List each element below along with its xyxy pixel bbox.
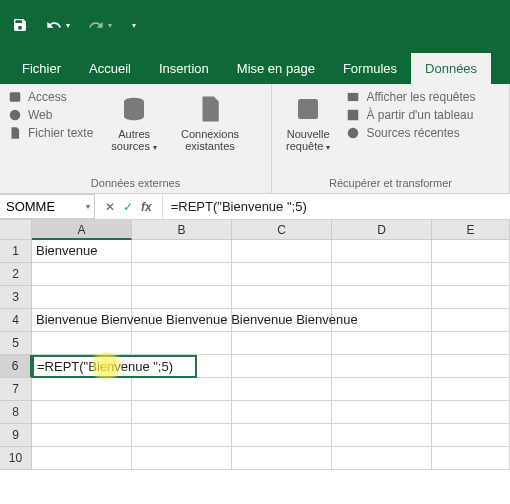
rowhdr[interactable]: 8 (0, 401, 32, 424)
cell-e7[interactable] (432, 378, 510, 401)
cell-a10[interactable] (32, 447, 132, 470)
cell-b9[interactable] (132, 424, 232, 447)
chevron-down-icon: ▾ (108, 21, 112, 30)
group-title: Récupérer et transformer (280, 175, 501, 191)
cell-b10[interactable] (132, 447, 232, 470)
colhdr-a[interactable]: A (32, 220, 132, 240)
btn-nouvelle-requete[interactable]: Nouvellerequête ▾ (280, 90, 336, 156)
cell-e4[interactable] (432, 309, 510, 332)
rowhdr[interactable]: 10 (0, 447, 32, 470)
cancel-icon[interactable]: ✕ (105, 200, 115, 214)
cell-b3[interactable] (132, 286, 232, 309)
cell-a6[interactable]: =REPT("Bienvenue ";5) (32, 355, 197, 378)
cell-a5[interactable] (32, 332, 132, 355)
tab-formules[interactable]: Formules (329, 53, 411, 84)
cell-c5[interactable] (232, 332, 332, 355)
cell-d4[interactable] (332, 309, 432, 332)
customize-qat-icon[interactable]: ▾ (130, 21, 136, 30)
cell-b5[interactable] (132, 332, 232, 355)
rowhdr[interactable]: 6 (0, 355, 32, 378)
cell-a4[interactable]: Bienvenue Bienvenue Bienvenue Bienvenue … (32, 309, 132, 332)
cell-e5[interactable] (432, 332, 510, 355)
btn-afficher-requetes[interactable]: Afficher les requêtes (346, 90, 475, 104)
cell-d2[interactable] (332, 263, 432, 286)
cell-b4[interactable] (132, 309, 232, 332)
redo-icon[interactable]: ▾ (88, 17, 112, 33)
worksheet: A B C D E 1 Bienvenue 2 3 4 Bienvenue Bi… (0, 220, 510, 470)
rowhdr[interactable]: 2 (0, 263, 32, 286)
tab-mise-en-page[interactable]: Mise en page (223, 53, 329, 84)
query-options-stack: Afficher les requêtes À partir d'un tabl… (346, 90, 475, 140)
name-box[interactable]: SOMME ▾ (0, 194, 95, 219)
tab-insertion[interactable]: Insertion (145, 53, 223, 84)
cell-b2[interactable] (132, 263, 232, 286)
formula-input[interactable]: =REPT("Bienvenue ";5) (163, 194, 510, 219)
colhdr-b[interactable]: B (132, 220, 232, 240)
btn-a-partir-tableau[interactable]: À partir d'un tableau (346, 108, 475, 122)
rowhdr[interactable]: 5 (0, 332, 32, 355)
cell-e6[interactable] (432, 355, 510, 378)
cell-c1[interactable] (232, 240, 332, 263)
btn-sources-recentes[interactable]: Sources récentes (346, 126, 475, 140)
cell-b7[interactable] (132, 378, 232, 401)
svg-point-5 (348, 128, 359, 139)
tab-donnees[interactable]: Données (411, 53, 491, 84)
cell-d5[interactable] (332, 332, 432, 355)
cell-c4[interactable] (232, 309, 332, 332)
database-icon (119, 94, 149, 124)
rowhdr[interactable]: 4 (0, 309, 32, 332)
cell-a7[interactable] (32, 378, 132, 401)
save-icon[interactable] (12, 17, 28, 33)
cell-e1[interactable] (432, 240, 510, 263)
connections-icon (195, 94, 225, 124)
cell-e9[interactable] (432, 424, 510, 447)
chevron-down-icon[interactable]: ▾ (86, 202, 90, 211)
cell-a8[interactable] (32, 401, 132, 424)
colhdr-d[interactable]: D (332, 220, 432, 240)
btn-autres-sources[interactable]: Autressources ▾ (105, 90, 163, 156)
btn-web[interactable]: Web (8, 108, 93, 122)
fx-icon[interactable]: fx (141, 200, 152, 214)
cell-a2[interactable] (32, 263, 132, 286)
cell-d8[interactable] (332, 401, 432, 424)
btn-access[interactable]: Access (8, 90, 93, 104)
tab-accueil[interactable]: Accueil (75, 53, 145, 84)
cell-c2[interactable] (232, 263, 332, 286)
btn-fichier-texte[interactable]: Fichier texte (8, 126, 93, 140)
colhdr-e[interactable]: E (432, 220, 510, 240)
btn-connexions-existantes[interactable]: Connexionsexistantes (175, 90, 245, 156)
quick-access-toolbar: ▾ ▾ ▾ (0, 0, 510, 50)
cell-d6[interactable] (332, 355, 432, 378)
cell-e3[interactable] (432, 286, 510, 309)
colhdr-c[interactable]: C (232, 220, 332, 240)
cell-e8[interactable] (432, 401, 510, 424)
cell-c8[interactable] (232, 401, 332, 424)
ribbon-tabs: Fichier Accueil Insertion Mise en page F… (0, 50, 510, 84)
undo-icon[interactable]: ▾ (46, 17, 70, 33)
cell-b6[interactable] (197, 355, 232, 378)
select-all-corner[interactable] (0, 220, 32, 240)
rowhdr[interactable]: 7 (0, 378, 32, 401)
cell-d7[interactable] (332, 378, 432, 401)
cell-c10[interactable] (232, 447, 332, 470)
rowhdr[interactable]: 1 (0, 240, 32, 263)
rowhdr[interactable]: 9 (0, 424, 32, 447)
cell-d1[interactable] (332, 240, 432, 263)
cell-a1[interactable]: Bienvenue (32, 240, 132, 263)
cell-a9[interactable] (32, 424, 132, 447)
cell-e2[interactable] (432, 263, 510, 286)
cell-b8[interactable] (132, 401, 232, 424)
confirm-icon[interactable]: ✓ (123, 200, 133, 214)
cell-d10[interactable] (332, 447, 432, 470)
tab-fichier[interactable]: Fichier (8, 53, 75, 84)
cell-a3[interactable] (32, 286, 132, 309)
rowhdr[interactable]: 3 (0, 286, 32, 309)
cell-c7[interactable] (232, 378, 332, 401)
cell-e10[interactable] (432, 447, 510, 470)
cell-d3[interactable] (332, 286, 432, 309)
cell-c3[interactable] (232, 286, 332, 309)
cell-c9[interactable] (232, 424, 332, 447)
cell-c6[interactable] (232, 355, 332, 378)
cell-b1[interactable] (132, 240, 232, 263)
cell-d9[interactable] (332, 424, 432, 447)
